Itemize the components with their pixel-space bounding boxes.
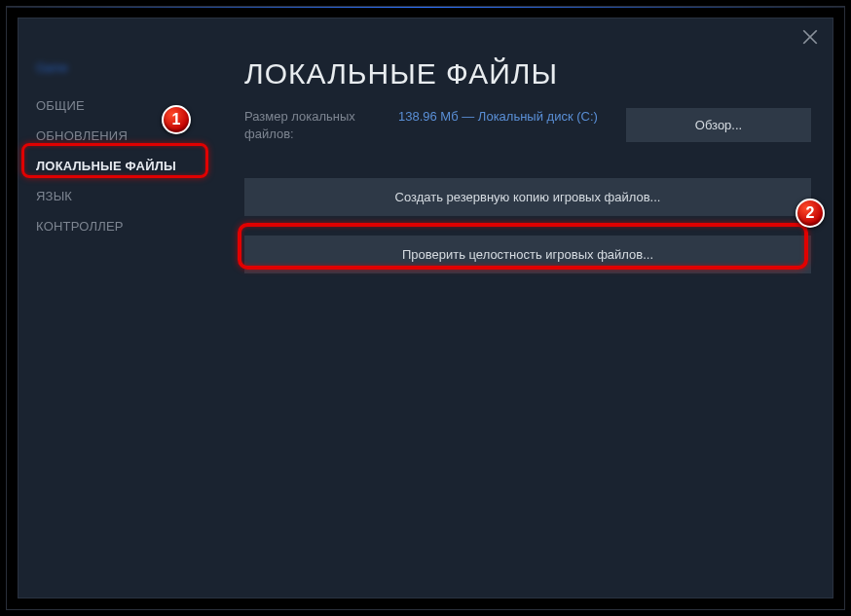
verify-integrity-button[interactable]: Проверить целостность игровых файлов... [244, 236, 811, 273]
properties-dialog: Game ОБЩИЕ ОБНОВЛЕНИЯ ЛОКАЛЬНЫЕ ФАЙЛЫ ЯЗ… [18, 18, 833, 598]
backup-files-button[interactable]: Создать резервную копию игровых файлов..… [244, 178, 811, 216]
close-icon[interactable] [801, 28, 819, 46]
sidebar: Game ОБЩИЕ ОБНОВЛЕНИЯ ЛОКАЛЬНЫЕ ФАЙЛЫ ЯЗ… [18, 48, 225, 241]
game-title: Game [18, 55, 225, 91]
browse-button[interactable]: Обзор... [626, 108, 811, 142]
file-size-value[interactable]: 138.96 Мб — Локальный диск (C:) [398, 108, 609, 126]
file-size-row: Размер локальных файлов: 138.96 Мб — Лок… [244, 108, 811, 143]
sidebar-item-language[interactable]: ЯЗЫК [18, 181, 225, 211]
top-accent-line [7, 7, 844, 8]
file-size-label: Размер локальных файлов: [244, 108, 381, 143]
sidebar-item-general[interactable]: ОБЩИЕ [18, 91, 225, 121]
page-title: ЛОКАЛЬНЫЕ ФАЙЛЫ [244, 57, 811, 91]
sidebar-item-controller[interactable]: КОНТРОЛЛЕР [18, 211, 225, 241]
content-panel: ЛОКАЛЬНЫЕ ФАЙЛЫ Размер локальных файлов:… [244, 57, 811, 293]
sidebar-item-updates[interactable]: ОБНОВЛЕНИЯ [18, 121, 225, 151]
sidebar-item-local-files[interactable]: ЛОКАЛЬНЫЕ ФАЙЛЫ [18, 151, 225, 181]
